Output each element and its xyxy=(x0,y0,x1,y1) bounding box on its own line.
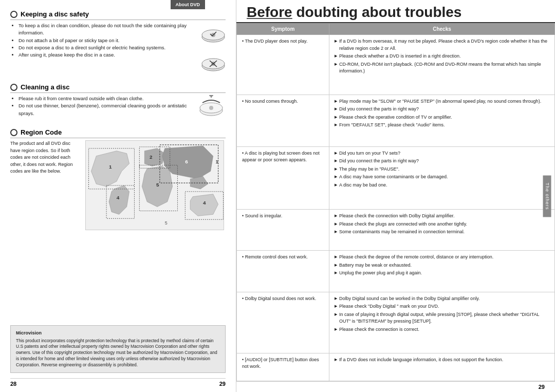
right-page-number: 29 xyxy=(236,381,555,392)
checks-cell: If a DVD is from overseas, it may not be… xyxy=(329,35,555,95)
check-item: Please check the connection is correct. xyxy=(335,326,549,333)
list-item: Do not use thinner, benzol (benzene), co… xyxy=(18,102,192,117)
microvision-text: This product incorporates copyright prot… xyxy=(16,338,220,368)
svg-text:5: 5 xyxy=(156,182,159,188)
check-item: Did you turn on your TV sets? xyxy=(335,150,549,157)
title-rest: doubting about troubles xyxy=(292,4,462,20)
symptom-cell: Sound is irregular. xyxy=(237,210,329,251)
symptom-cell: No sound comes through. xyxy=(237,95,329,146)
list-item: After using it, please keep the disc in … xyxy=(18,51,196,59)
check-item: If a DVD does not include language infor… xyxy=(335,357,549,364)
symptom-cell: Remote control does not work. xyxy=(237,251,329,292)
symptom-cell: A disc is playing but screen does not ap… xyxy=(237,146,329,209)
microvision-box: Microvision This product incorporates co… xyxy=(10,325,226,373)
checks-cell: Please check the connection with Dolby D… xyxy=(329,210,555,251)
list-item: Do not expose a disc to a direct sunligh… xyxy=(18,44,196,51)
microvision-title: Microvision xyxy=(16,330,220,337)
check-item: CD-ROM, DVD-ROM isn't playback. (CD-ROM … xyxy=(335,61,549,75)
table-row: No sound comes through.Play mode may be … xyxy=(237,95,555,146)
check-item: Please check the connection with Dolby D… xyxy=(335,213,549,220)
symptom-cell: Dolby Digital sound does not work. xyxy=(237,292,329,353)
symptom-cell: [AUDIO] or [SUBTITLE] button does not wo… xyxy=(237,353,329,381)
checks-cell: Dolby Digital sound can be worked in the… xyxy=(329,292,555,353)
cleaning-icon xyxy=(197,95,226,123)
section-cleaning-title: Cleaning a disc xyxy=(10,83,226,93)
checks-cell: Please check the degree of the remote co… xyxy=(329,251,555,292)
check-item: Did you connect the parts in right way? xyxy=(335,106,549,113)
section-disc-safety: Keeping a disc safety To keep a disc in … xyxy=(10,10,226,78)
table-row: A disc is playing but screen does not ap… xyxy=(237,146,555,209)
col-checks: Checks xyxy=(329,24,555,35)
about-dvd-tab: About DVD xyxy=(171,0,206,9)
symptom-text: The DVD player does not play. xyxy=(242,39,307,44)
list-item: Please rub it from centre toward outside… xyxy=(18,95,192,102)
right-header: Before doubting about troubles xyxy=(236,0,555,23)
symptom-text: A disc is playing but screen does not ap… xyxy=(242,151,320,163)
svg-point-14 xyxy=(209,95,213,97)
check-item: A disc may have some contaminants or be … xyxy=(335,174,549,181)
check-item: Dolby Digital sound can be worked in the… xyxy=(335,295,549,303)
list-item: To keep a disc in clean condition, pleas… xyxy=(18,22,196,37)
col-symptom: Symptom xyxy=(237,24,329,35)
svg-text:6: 6 xyxy=(185,159,188,164)
svg-text:5: 5 xyxy=(165,220,168,226)
table-row: Sound is irregular.Please check the conn… xyxy=(237,210,555,251)
check-item: Please check "Dolby Digital " mark on yo… xyxy=(335,303,549,310)
symptom-text: Remote control does not work. xyxy=(242,254,308,259)
svg-point-12 xyxy=(209,106,213,110)
symptom-text: [AUDIO] or [SUBTITLE] button does not wo… xyxy=(242,357,319,369)
check-item: Please check the degree of the remote co… xyxy=(335,254,549,261)
table-row: The DVD player does not play.If a DVD is… xyxy=(237,35,555,95)
page-right: 29 xyxy=(219,381,226,387)
symptom-text: Sound is irregular. xyxy=(242,213,282,218)
checks-cell: Did you turn on your TV sets?Did you con… xyxy=(329,146,555,209)
disc-ok-icon xyxy=(201,25,226,49)
right-panel: Before doubting about troubles Symptom C… xyxy=(236,0,555,392)
check-item: Play mode may be "SLOW" or "PAUSE STEP" … xyxy=(335,98,549,105)
region-description: The product and all DVD disc have region… xyxy=(10,140,77,230)
check-item: Unplug the power plug and plug it again. xyxy=(335,270,549,277)
check-item: Please check the operative condition of … xyxy=(335,114,549,121)
check-item: Did you connect the parts in right way? xyxy=(335,158,549,165)
cleaning-list: Please rub it from centre toward outside… xyxy=(10,95,192,123)
check-item: The play may be in "PAUSE". xyxy=(335,166,549,173)
list-item: Do not attach a bit of paper or sticky t… xyxy=(18,37,196,44)
page-numbers: 28 29 xyxy=(10,378,226,387)
check-item: Battery may be weak or exhausted. xyxy=(335,262,549,269)
symptom-text: Dolby Digital sound does not work. xyxy=(242,296,316,301)
check-item: Please check whether a DVD is inserted i… xyxy=(335,53,549,60)
table-row: [AUDIO] or [SUBTITLE] button does not wo… xyxy=(237,353,555,381)
svg-text:2: 2 xyxy=(150,154,153,160)
world-map-icon: 1 4 2 5 6 4 5 1 xyxy=(85,140,224,230)
section-cleaning: Cleaning a disc Please rub it from centr… xyxy=(10,83,226,123)
symptom-cell: The DVD player does not play. xyxy=(237,35,329,95)
svg-text:4: 4 xyxy=(117,195,120,200)
checks-cell: Play mode may be "SLOW" or "PAUSE STEP" … xyxy=(329,95,555,146)
disc-safety-list: To keep a disc in clean condition, pleas… xyxy=(10,22,196,59)
section-disc-safety-title: Keeping a disc safety xyxy=(10,10,226,20)
checks-cell: If a DVD does not include language infor… xyxy=(329,353,555,381)
table-row: Dolby Digital sound does not work.Dolby … xyxy=(237,292,555,353)
page-left: 28 xyxy=(10,381,16,387)
check-item: A disc may be bad one. xyxy=(335,182,549,189)
disc-no-icon xyxy=(201,53,226,78)
svg-text:1: 1 xyxy=(109,164,112,170)
check-item: If a DVD is from overseas, it may not be… xyxy=(335,38,549,52)
section-region-title: Region Code xyxy=(10,128,226,138)
left-panel: About DVD Keeping a disc safety To keep … xyxy=(0,0,236,392)
section-region: Region Code The product and all DVD disc… xyxy=(10,128,226,316)
check-item: In case of playing it through digital ou… xyxy=(335,311,549,325)
svg-text:4: 4 xyxy=(203,200,206,206)
table-row: Remote control does not work.Please chec… xyxy=(237,251,555,292)
symptom-text: No sound comes through. xyxy=(242,99,298,104)
check-item: Please check the plugs are connected wit… xyxy=(335,221,549,228)
right-content: Symptom Checks The DVD player does not p… xyxy=(236,23,555,381)
trouble-table: Symptom Checks The DVD player does not p… xyxy=(236,23,555,381)
check-item: From "DEFAULT SET", please check "Audio"… xyxy=(335,122,549,129)
check-item: Some contaminants may be remained in con… xyxy=(335,229,549,236)
title-before: Before xyxy=(247,4,292,20)
side-label: The others xyxy=(543,175,551,217)
